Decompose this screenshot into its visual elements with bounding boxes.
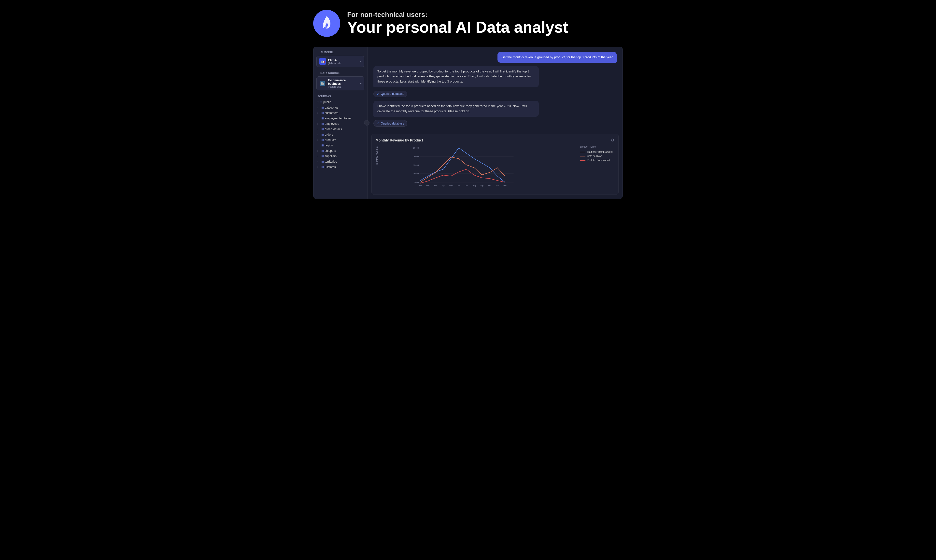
chart-title: Monthly Revenue by Product (376, 138, 423, 142)
table-region[interactable]: › ⊞ region (314, 143, 366, 148)
suppliers-table-icon: ⊞ (321, 154, 324, 158)
svg-text:Nov: Nov (496, 185, 499, 186)
queried-badge-1[interactable]: ✓ Queried database (373, 91, 407, 97)
orders-table-icon: ⊞ (321, 133, 324, 136)
legend-item-1: Thüringer Rostbratwurst (580, 151, 614, 153)
legend-label-1: Thüringer Rostbratwurst (587, 151, 613, 153)
ai-model-label: AI Model (316, 51, 364, 54)
svg-text:May: May (450, 185, 453, 187)
chat-area: ‹ Get the monthly revenue grouped by pro… (368, 47, 622, 199)
shippers-chevron-icon: › (317, 149, 320, 152)
table-employee-territories[interactable]: › ⊞ employee_territories (314, 116, 366, 121)
svg-text:10000: 10000 (413, 173, 419, 175)
ai-model-section: AI Model 🤖 GPT-4 (Advanced) ▾ (314, 51, 367, 67)
customers-chevron-icon: › (317, 112, 320, 114)
territories-table-icon: ⊞ (321, 160, 324, 163)
table-orders-label: orders (325, 133, 333, 136)
legend-item-2: Côte de Blaye (580, 155, 614, 157)
table-region-label: region (325, 144, 333, 147)
table-customers[interactable]: › ⊞ customers (314, 110, 366, 116)
legend-line-3 (580, 160, 585, 161)
chat-messages: Get the monthly revenue grouped by produ… (368, 47, 622, 134)
table-order-details-label: order_details (325, 128, 342, 131)
svg-text:15000: 15000 (413, 164, 419, 166)
table-suppliers-label: suppliers (325, 154, 337, 158)
user-message-bubble: Get the monthly revenue grouped by produ… (497, 52, 617, 63)
datasource-chevron-icon: ▾ (360, 82, 362, 85)
usstates-table-icon: ⊞ (321, 165, 324, 169)
ui-panel: AI Model 🤖 GPT-4 (Advanced) ▾ Data Sourc… (313, 47, 623, 199)
svg-text:Jul: Jul (465, 185, 468, 186)
region-table-icon: ⊞ (321, 144, 324, 147)
queried-badge-2[interactable]: ✓ Queried database (373, 120, 407, 127)
order-details-chevron-icon: › (317, 128, 320, 131)
chart-settings-icon[interactable]: ⚙ (611, 138, 614, 143)
chart-container: monthly revenue 25000 20000 15000 10000 (376, 145, 614, 191)
datasource-label: Data Source (316, 71, 364, 74)
table-products[interactable]: › ⊞ products (314, 137, 366, 143)
sidebar: AI Model 🤖 GPT-4 (Advanced) ▾ Data Sourc… (314, 47, 368, 199)
customers-table-icon: ⊞ (321, 111, 324, 115)
legend-line-1 (580, 152, 585, 152)
check-icon-1: ✓ (377, 92, 379, 96)
employees-chevron-icon: › (317, 123, 320, 125)
logo-circle (313, 10, 340, 37)
svg-text:Oct: Oct (488, 185, 491, 186)
svg-text:20000: 20000 (413, 155, 419, 158)
datasource-info: E-commerce business PostgreSQL (328, 78, 358, 88)
table-employees-label: employees (325, 122, 339, 126)
svg-text:🐘: 🐘 (321, 82, 325, 86)
products-table-icon: ⊞ (321, 138, 324, 142)
svg-text:Aug: Aug (473, 185, 476, 187)
table-usstates[interactable]: › ⊞ usstates (314, 164, 366, 170)
order-details-table-icon: ⊞ (321, 128, 324, 131)
header-title: Your personal AI Data analyst (347, 18, 568, 36)
chart-svg-wrapper: 25000 20000 15000 10000 5000 Jan (381, 145, 577, 191)
svg-text:Mar: Mar (434, 185, 437, 186)
table-order-details[interactable]: › ⊞ order_details (314, 126, 366, 132)
datasource-section: Data Source 🐘 E-commerce business Postgr… (314, 71, 367, 91)
legend-item-3: Raclette Courdavault (580, 159, 614, 162)
svg-text:25000: 25000 (413, 147, 419, 149)
check-icon-2: ✓ (377, 122, 379, 125)
legend-line-2 (580, 156, 585, 157)
sidebar-collapse-button[interactable]: ‹ (364, 120, 369, 126)
datasource-selector[interactable]: 🐘 E-commerce business PostgreSQL ▾ (316, 76, 364, 91)
schema-public-row[interactable]: ▾ ⊞ public (314, 99, 366, 105)
table-suppliers[interactable]: › ⊞ suppliers (314, 154, 366, 159)
table-shippers-label: shippers (325, 149, 336, 152)
table-employee-territories-label: employee_territories (325, 117, 351, 120)
table-usstates-label: usstates (325, 165, 336, 169)
table-products-label: products (325, 138, 336, 142)
model-selector[interactable]: 🤖 GPT-4 (Advanced) ▾ (316, 56, 364, 67)
svg-text:Apr: Apr (442, 185, 445, 187)
model-name: GPT-4 (328, 58, 358, 62)
orders-chevron-icon: › (317, 133, 320, 136)
schemas-section: Schemas ▾ ⊞ public › ⊞ categories › ⊞ cu… (314, 95, 367, 170)
table-territories[interactable]: › ⊞ territories (314, 159, 366, 164)
ai-message-1-bubble: To get the monthly revenue grouped by pr… (373, 66, 539, 87)
table-categories[interactable]: › ⊞ categories (314, 105, 366, 110)
employee-territories-table-icon: ⊞ (321, 117, 324, 120)
postgres-icon: 🐘 (319, 80, 326, 87)
gpt-icon: 🤖 (319, 58, 326, 65)
datasource-sub: PostgreSQL (328, 86, 358, 88)
table-employees[interactable]: › ⊞ employees (314, 121, 366, 126)
usstates-chevron-icon: › (317, 166, 320, 169)
chart-y-label: monthly revenue (376, 145, 378, 166)
table-orders[interactable]: › ⊞ orders (314, 132, 366, 137)
model-chevron-icon: ▾ (360, 60, 362, 63)
ai-message-2-bubble: I have identified the top 3 products bas… (373, 101, 539, 117)
queried-label-1: Queried database (381, 92, 404, 95)
header-subtitle: For non-technical users: (347, 11, 568, 18)
chart-legend-title: product_name (580, 145, 614, 148)
svg-text:5000: 5000 (414, 181, 419, 183)
table-shippers[interactable]: › ⊞ shippers (314, 148, 366, 154)
svg-text:Jan: Jan (419, 185, 422, 186)
territories-chevron-icon: › (317, 160, 320, 163)
model-sub: (Advanced) (328, 62, 358, 65)
employee-territories-chevron-icon: › (317, 117, 320, 120)
chart-legend: product_name Thüringer Rostbratwurst Côt… (580, 145, 614, 162)
chart-card: Monthly Revenue by Product ⚙ monthly rev… (371, 134, 619, 195)
schemas-label: Schemas (314, 95, 366, 98)
